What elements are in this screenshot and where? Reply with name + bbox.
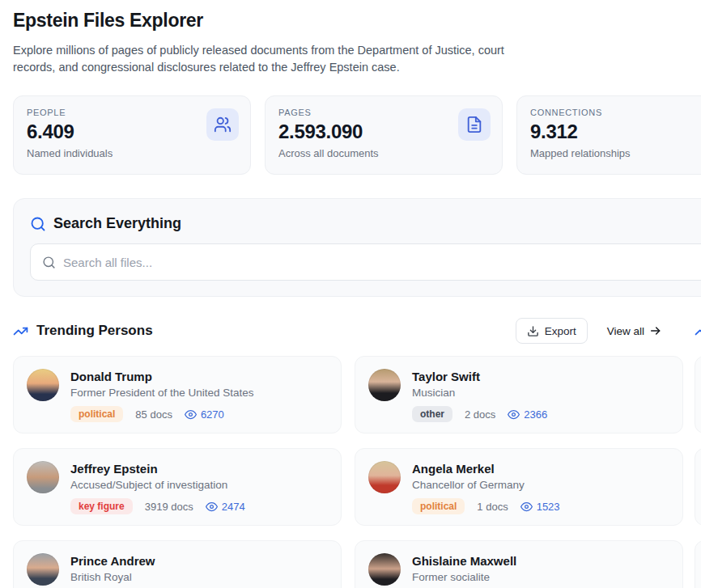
person-role: Former socialite [412,571,516,583]
export-button-label: Export [545,325,576,337]
views-count: 2366 [508,408,547,421]
person-card-jeffrey-epstein[interactable]: Jeffrey Epstein Accused/Subject of inves… [13,448,342,526]
trending-persons-title: Trending Persons [36,323,153,339]
view-all-link[interactable]: View all [607,324,662,337]
search-section: Search Everything [13,198,701,297]
category-badge: political [70,406,123,422]
docs-count: 3919 docs [145,501,193,513]
person-card-donald-trump[interactable]: Donald Trump Former President of the Uni… [13,356,342,434]
eye-icon [508,408,520,421]
trending-persons-header: Trending Persons Export View all [13,318,683,344]
export-button[interactable]: Export [516,318,588,344]
docs-count: 85 docs [135,408,172,421]
avatar [368,553,401,586]
views-count: 1523 [520,501,560,513]
person-name: Ghislaine Maxwell [412,554,516,568]
person-role: Accused/Subject of investigation [70,479,245,491]
search-section-title: Search Everything [53,215,181,232]
views-count: 6270 [185,408,224,421]
search-box [30,243,701,281]
person-name: Prince Andrew [70,554,155,568]
stat-card-connections: CONNECTIONS 9.312 Mapped relationships [516,95,701,175]
stat-value: 9.312 [530,121,701,143]
adjacent-panel-header [695,318,701,344]
person-card[interactable] [695,540,701,588]
avatar [27,369,59,401]
person-card-angela-merkel[interactable]: Angela Merkel Chancellor of Germany poli… [355,448,683,526]
person-role: Musician [412,387,547,399]
person-meta: other 2 docs 2366 [412,406,547,422]
person-role: Chancellor of Germany [412,479,560,491]
trending-persons-panel: Trending Persons Export View all [13,318,683,588]
person-info: Angela Merkel Chancellor of Germany poli… [412,461,560,513]
views-count: 2474 [206,501,245,513]
stat-label: CONNECTIONS [530,108,701,117]
persons-grid: Donald Trump Former President of the Uni… [13,356,683,588]
stat-sub: Across all documents [278,147,491,159]
person-name: Donald Trump [70,370,254,383]
category-badge: other [412,406,452,422]
trending-up-icon [13,324,28,339]
person-info: Taylor Swift Musician other 2 docs [412,369,547,421]
page: Epstein Files Explorer Explore millions … [0,0,701,588]
person-card-prince-andrew[interactable]: Prince Andrew British Royal [13,540,342,588]
document-icon [458,108,491,141]
person-info: Prince Andrew British Royal [70,553,155,588]
adjacent-cards [695,356,701,588]
search-icon [30,216,46,232]
arrow-right-icon [649,324,662,337]
trending-up-icon [695,324,701,339]
views-value: 2474 [222,501,245,513]
person-name: Jeffrey Epstein [70,462,245,476]
stat-card-people: PEOPLE 6.409 Named individuals [13,95,251,175]
users-icon [206,108,239,141]
views-value: 1523 [537,501,560,513]
content-sections: Trending Persons Export View all [13,318,701,588]
download-icon [527,325,539,337]
page-subtitle: Explore millions of pages of publicly re… [13,42,544,75]
avatar [27,553,59,586]
docs-count: 1 docs [477,501,508,513]
adjacent-trending-panel [695,318,701,588]
search-input-icon [42,256,56,269]
avatar [27,461,59,493]
eye-icon [206,501,218,513]
person-name: Taylor Swift [412,370,547,383]
person-card-taylor-swift[interactable]: Taylor Swift Musician other 2 docs [355,356,683,434]
docs-count: 2 docs [465,408,495,421]
person-meta: political 85 docs 6270 [70,406,254,422]
views-value: 6270 [201,408,224,421]
views-value: 2366 [524,408,547,421]
category-badge: key figure [70,498,133,514]
category-badge: political [412,498,465,514]
person-meta: political 1 docs 1523 [412,498,560,514]
avatar [368,369,401,401]
person-info: Ghislaine Maxwell Former socialite [412,553,516,588]
person-card[interactable] [695,448,701,526]
avatar [368,461,401,493]
page-title: Epstein Files Explorer [13,10,701,32]
person-role: Former President of the United States [70,387,254,399]
person-card-ghislaine-maxwell[interactable]: Ghislaine Maxwell Former socialite [355,540,683,588]
person-name: Angela Merkel [412,462,560,476]
search-section-header: Search Everything [30,215,701,232]
eye-icon [520,501,533,513]
search-input[interactable] [63,256,701,269]
eye-icon [185,408,197,421]
stat-sub: Mapped relationships [530,147,701,159]
stat-card-pages: PAGES 2.593.090 Across all documents [265,95,503,175]
person-info: Donald Trump Former President of the Uni… [70,369,254,421]
stats-row: PEOPLE 6.409 Named individuals PAGES 2.5… [13,95,701,175]
person-meta: key figure 3919 docs 2474 [70,498,245,514]
person-card[interactable] [695,356,701,434]
stat-sub: Named individuals [27,147,239,159]
person-info: Jeffrey Epstein Accused/Subject of inves… [70,461,245,513]
person-role: British Royal [70,571,155,583]
view-all-label: View all [607,325,644,337]
